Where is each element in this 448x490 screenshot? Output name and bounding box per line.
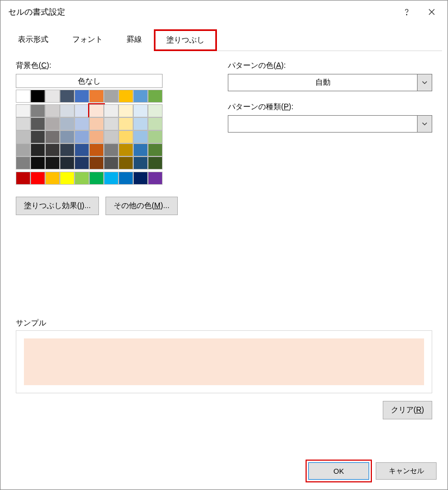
color-swatch[interactable] xyxy=(119,143,133,156)
color-swatch[interactable] xyxy=(89,104,104,117)
color-swatch[interactable] xyxy=(89,117,104,130)
pattern-style-value xyxy=(228,115,417,133)
theme-colors-row xyxy=(16,90,184,103)
color-swatch[interactable] xyxy=(133,156,148,169)
color-swatch[interactable] xyxy=(104,143,119,156)
color-swatch[interactable] xyxy=(45,143,60,156)
color-swatch[interactable] xyxy=(133,117,148,130)
ok-button[interactable]: OK xyxy=(308,462,369,480)
color-swatch[interactable] xyxy=(148,90,163,103)
color-swatch[interactable] xyxy=(104,130,119,143)
left-column: 背景色(C): 色なし 塗りつぶし効果(I)... その他の色(M)... xyxy=(16,61,184,215)
more-colors-button[interactable]: その他の色(M)... xyxy=(105,197,178,215)
standard-colors-row xyxy=(16,172,184,185)
color-swatch[interactable] xyxy=(60,172,74,185)
color-swatch[interactable] xyxy=(16,104,30,117)
color-swatch[interactable] xyxy=(74,143,89,156)
tab-number-format[interactable]: 表示形式 xyxy=(6,29,60,51)
color-swatch[interactable] xyxy=(148,117,163,130)
color-swatch[interactable] xyxy=(30,172,45,185)
color-swatch[interactable] xyxy=(148,172,163,185)
dialog-footer: OK キャンセル xyxy=(308,462,437,480)
color-swatch[interactable] xyxy=(119,104,133,117)
tab-fill[interactable]: 塗りつぶし xyxy=(154,29,217,51)
no-color-button[interactable]: 色なし xyxy=(16,74,163,88)
color-swatch[interactable] xyxy=(60,156,74,169)
color-swatch[interactable] xyxy=(119,90,133,103)
color-swatch[interactable] xyxy=(74,90,89,103)
color-swatch[interactable] xyxy=(60,143,74,156)
color-grid xyxy=(16,104,184,169)
color-swatch[interactable] xyxy=(16,172,30,185)
chevron-down-icon[interactable] xyxy=(417,74,432,91)
color-swatch[interactable] xyxy=(16,90,30,103)
pattern-style-select[interactable] xyxy=(228,115,432,133)
color-swatch[interactable] xyxy=(74,156,89,169)
color-swatch[interactable] xyxy=(133,130,148,143)
color-swatch[interactable] xyxy=(45,117,60,130)
bg-color-label: 背景色(C): xyxy=(16,61,184,71)
svg-point-0 xyxy=(406,14,407,15)
right-column: パターンの色(A): 自動 パターンの種類(P): xyxy=(228,61,432,215)
color-swatch[interactable] xyxy=(104,90,119,103)
color-swatch[interactable] xyxy=(74,104,89,117)
color-swatch[interactable] xyxy=(104,172,119,185)
color-swatch[interactable] xyxy=(74,117,89,130)
pattern-color-select[interactable]: 自動 xyxy=(228,74,432,91)
color-swatch[interactable] xyxy=(30,104,45,117)
color-swatch[interactable] xyxy=(16,156,30,169)
color-swatch[interactable] xyxy=(89,90,104,103)
color-swatch[interactable] xyxy=(89,143,104,156)
color-swatch[interactable] xyxy=(30,143,45,156)
color-swatch[interactable] xyxy=(60,104,74,117)
tab-font[interactable]: フォント xyxy=(60,29,115,51)
color-swatch[interactable] xyxy=(30,156,45,169)
color-swatch[interactable] xyxy=(89,130,104,143)
color-swatch[interactable] xyxy=(45,156,60,169)
color-swatch[interactable] xyxy=(16,117,30,130)
titlebar: セルの書式設定 xyxy=(1,1,447,23)
color-swatch[interactable] xyxy=(60,90,74,103)
clear-button[interactable]: クリア(R) xyxy=(383,401,432,419)
sample-box xyxy=(16,330,432,393)
color-swatch[interactable] xyxy=(104,117,119,130)
color-swatch[interactable] xyxy=(119,156,133,169)
pattern-color-label: パターンの色(A): xyxy=(228,61,432,71)
color-swatch[interactable] xyxy=(60,130,74,143)
color-swatch[interactable] xyxy=(89,156,104,169)
help-button[interactable] xyxy=(394,3,419,21)
color-swatch[interactable] xyxy=(16,130,30,143)
color-swatch[interactable] xyxy=(30,130,45,143)
color-swatch[interactable] xyxy=(148,156,163,169)
color-swatch[interactable] xyxy=(133,143,148,156)
fill-effects-button[interactable]: 塗りつぶし効果(I)... xyxy=(16,197,99,215)
color-swatch[interactable] xyxy=(104,104,119,117)
color-swatch[interactable] xyxy=(119,172,133,185)
chevron-down-icon[interactable] xyxy=(417,115,432,133)
color-swatch[interactable] xyxy=(74,172,89,185)
color-swatch[interactable] xyxy=(45,104,60,117)
color-swatch[interactable] xyxy=(119,117,133,130)
color-swatch[interactable] xyxy=(30,90,45,103)
sample-preview xyxy=(24,338,424,385)
close-button[interactable] xyxy=(419,3,444,21)
color-swatch[interactable] xyxy=(16,143,30,156)
color-swatch[interactable] xyxy=(45,172,60,185)
tab-border[interactable]: 罫線 xyxy=(115,29,154,51)
color-swatch[interactable] xyxy=(148,143,163,156)
color-swatch[interactable] xyxy=(133,90,148,103)
cancel-button[interactable]: キャンセル xyxy=(376,462,437,480)
color-swatch[interactable] xyxy=(30,117,45,130)
color-swatch[interactable] xyxy=(148,104,163,117)
color-swatch[interactable] xyxy=(74,130,89,143)
color-swatch[interactable] xyxy=(133,104,148,117)
color-swatch[interactable] xyxy=(60,117,74,130)
color-swatch[interactable] xyxy=(89,172,104,185)
color-swatch[interactable] xyxy=(148,130,163,143)
color-swatch[interactable] xyxy=(45,90,60,103)
color-swatch[interactable] xyxy=(133,172,148,185)
color-swatch[interactable] xyxy=(119,130,133,143)
color-swatch[interactable] xyxy=(45,130,60,143)
dialog-title: セルの書式設定 xyxy=(8,7,394,17)
color-swatch[interactable] xyxy=(104,156,119,169)
